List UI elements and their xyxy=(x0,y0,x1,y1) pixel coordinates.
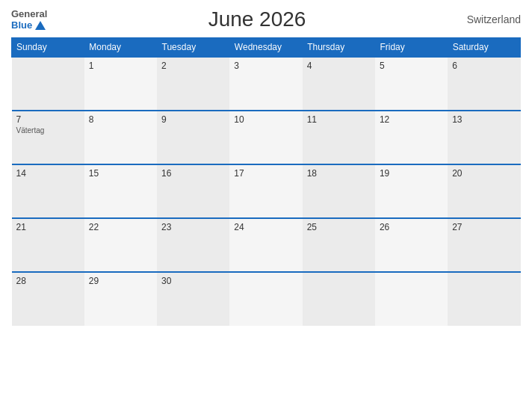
calendar-week-row: 123456 xyxy=(12,57,521,111)
day-number: 4 xyxy=(307,61,371,71)
calendar-thead: Sunday Monday Tuesday Wednesday Thursday… xyxy=(12,38,521,58)
calendar-container: General Blue June 2026 Switzerland Sunda… xyxy=(0,0,532,411)
weekday-header-row: Sunday Monday Tuesday Wednesday Thursday… xyxy=(12,38,521,58)
col-sunday: Sunday xyxy=(12,38,84,58)
calendar-cell: 21 xyxy=(12,218,84,272)
calendar-week-row: 282930 xyxy=(12,272,521,326)
calendar-cell: 12 xyxy=(375,111,448,164)
day-number: 21 xyxy=(16,222,80,232)
col-tuesday: Tuesday xyxy=(157,38,229,58)
calendar-cell: 19 xyxy=(375,164,448,218)
calendar-week-row: 7Vätertag8910111213 xyxy=(12,111,521,164)
calendar-cell: 20 xyxy=(448,164,520,218)
calendar-cell: 10 xyxy=(229,111,302,164)
calendar-cell: 6 xyxy=(448,57,520,111)
calendar-cell xyxy=(375,272,448,326)
col-wednesday: Wednesday xyxy=(229,38,302,58)
calendar-cell: 27 xyxy=(448,218,520,272)
calendar-cell: 24 xyxy=(229,218,302,272)
calendar-cell: 14 xyxy=(12,164,84,218)
col-thursday: Thursday xyxy=(303,38,375,58)
calendar-cell: 4 xyxy=(303,57,375,111)
calendar-cell: 13 xyxy=(448,111,520,164)
calendar-cell: 25 xyxy=(303,218,375,272)
calendar-cell xyxy=(303,272,375,326)
day-number: 18 xyxy=(307,168,371,179)
day-number: 7 xyxy=(16,114,80,125)
day-number: 8 xyxy=(89,114,152,125)
day-number: 19 xyxy=(380,168,443,179)
day-number: 20 xyxy=(452,168,516,179)
col-saturday: Saturday xyxy=(448,38,520,58)
calendar-cell: 17 xyxy=(229,164,302,218)
day-number: 23 xyxy=(161,222,225,232)
calendar-cell: 2 xyxy=(157,57,229,111)
calendar-cell xyxy=(12,57,84,111)
day-number: 5 xyxy=(380,61,443,71)
day-number: 22 xyxy=(89,222,152,232)
calendar-cell xyxy=(448,272,520,326)
logo: General Blue xyxy=(11,8,47,31)
calendar-cell: 7Vätertag xyxy=(12,111,84,164)
day-number: 6 xyxy=(452,61,516,71)
calendar-table: Sunday Monday Tuesday Wednesday Thursday… xyxy=(11,37,521,326)
calendar-cell xyxy=(229,272,302,326)
logo-blue-text: Blue xyxy=(11,19,46,31)
calendar-cell: 1 xyxy=(84,57,157,111)
day-number: 2 xyxy=(161,61,225,71)
day-number: 16 xyxy=(161,168,225,179)
calendar-cell: 3 xyxy=(229,57,302,111)
day-number: 17 xyxy=(234,168,297,179)
day-number: 9 xyxy=(161,114,225,125)
calendar-cell: 30 xyxy=(157,272,229,326)
day-number: 13 xyxy=(452,114,516,125)
calendar-cell: 5 xyxy=(375,57,448,111)
day-number: 15 xyxy=(89,168,152,179)
col-friday: Friday xyxy=(375,38,448,58)
calendar-cell: 15 xyxy=(84,164,157,218)
day-number: 11 xyxy=(307,114,371,125)
day-number: 24 xyxy=(234,222,297,232)
country-label: Switzerland xyxy=(467,13,521,25)
calendar-cell: 11 xyxy=(303,111,375,164)
calendar-cell: 8 xyxy=(84,111,157,164)
calendar-header: General Blue June 2026 Switzerland xyxy=(11,7,521,31)
col-monday: Monday xyxy=(84,38,157,58)
day-number: 25 xyxy=(307,222,371,232)
calendar-cell: 28 xyxy=(12,272,84,326)
calendar-body: 1234567Vätertag8910111213141516171819202… xyxy=(12,57,521,326)
calendar-cell: 23 xyxy=(157,218,229,272)
day-number: 14 xyxy=(16,168,80,179)
day-number: 27 xyxy=(452,222,516,232)
calendar-week-row: 14151617181920 xyxy=(12,164,521,218)
calendar-cell: 22 xyxy=(84,218,157,272)
day-number: 3 xyxy=(234,61,297,71)
day-number: 30 xyxy=(161,276,225,286)
logo-general-text: General xyxy=(11,8,47,19)
day-number: 29 xyxy=(89,276,152,286)
calendar-cell: 9 xyxy=(157,111,229,164)
calendar-cell: 18 xyxy=(303,164,375,218)
calendar-cell: 26 xyxy=(375,218,448,272)
calendar-cell: 29 xyxy=(84,272,157,326)
day-number: 12 xyxy=(380,114,443,125)
calendar-cell: 16 xyxy=(157,164,229,218)
holiday-label: Vätertag xyxy=(16,126,80,135)
day-number: 10 xyxy=(234,114,297,125)
calendar-title: June 2026 xyxy=(208,7,306,31)
calendar-week-row: 21222324252627 xyxy=(12,218,521,272)
day-number: 1 xyxy=(89,61,152,71)
day-number: 28 xyxy=(16,276,80,286)
day-number: 26 xyxy=(380,222,443,232)
logo-triangle-icon xyxy=(35,21,46,30)
